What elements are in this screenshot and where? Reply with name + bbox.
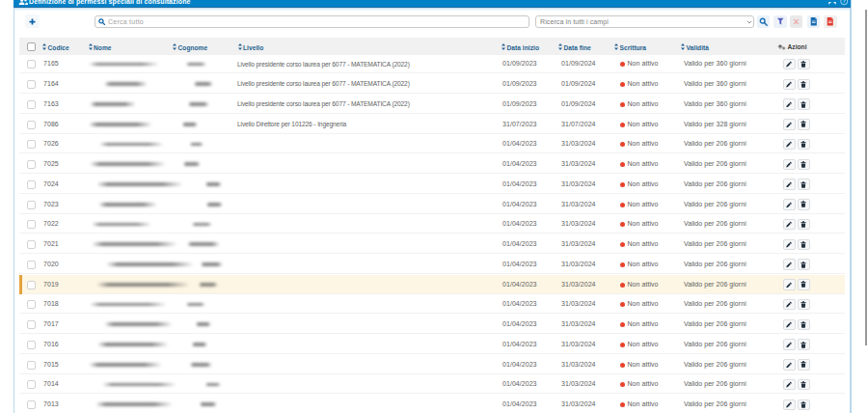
svg-text:?: ? <box>842 0 845 4</box>
